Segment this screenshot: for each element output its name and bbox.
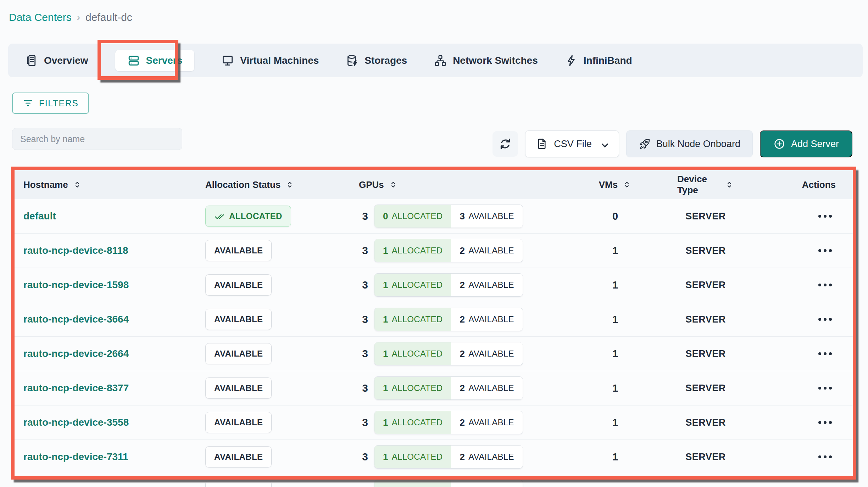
tab-virtual-machines[interactable]: Virtual Machines: [221, 54, 319, 67]
tab-overview[interactable]: Overview: [25, 54, 88, 67]
filters-label: FILTERS: [39, 98, 78, 108]
gpu-allocated-count: 1: [383, 452, 388, 463]
table-row: rauto-ncp-device-8118 AVAILABLE 3 1 ALLO…: [15, 234, 853, 268]
toolbar-actions: CSV File Bulk Node Onboard Add Server: [493, 130, 852, 157]
gpu-available-count: 2: [460, 486, 465, 487]
table-row: AVAILABLE 3 1 ALLOCATED 2 AVAILABLE 1 SE…: [15, 474, 853, 487]
row-actions-button[interactable]: [817, 383, 833, 393]
bulk-node-onboard-button[interactable]: Bulk Node Onboard: [626, 130, 753, 157]
gpu-allocation-badge: 1 ALLOCATED 2 AVAILABLE: [374, 273, 523, 297]
column-header-hostname[interactable]: Hostname: [15, 179, 199, 190]
gpu-allocation-badge: 1 ALLOCATED 2 AVAILABLE: [374, 411, 523, 434]
device-type: SERVER: [677, 211, 734, 222]
filters-button[interactable]: FILTERS: [12, 93, 89, 114]
allocation-status-badge: AVAILABLE: [205, 274, 272, 296]
gpu-available-count: 3: [460, 211, 465, 222]
allocation-status-badge: ALLOCATED: [205, 206, 291, 227]
column-header-allocation-status[interactable]: Allocation Status: [199, 179, 351, 190]
gpu-allocated-label: ALLOCATED: [392, 349, 443, 359]
gpu-allocated-segment: 1 ALLOCATED: [374, 308, 451, 331]
column-header-vms[interactable]: VMs: [553, 179, 677, 190]
gpu-available-segment: 2 AVAILABLE: [451, 342, 522, 365]
gpu-allocated-count: 1: [383, 383, 388, 394]
gpu-count: 3: [351, 416, 368, 429]
tab-label: Virtual Machines: [240, 55, 319, 66]
gpu-available-label: AVAILABLE: [468, 246, 514, 256]
row-actions-button[interactable]: [817, 314, 833, 324]
allocation-status-badge: AVAILABLE: [205, 446, 272, 468]
row-actions-button[interactable]: [817, 349, 833, 359]
table-row: rauto-ncp-device-3558 AVAILABLE 3 1 ALLO…: [15, 405, 853, 440]
hostname-link[interactable]: default: [23, 211, 56, 222]
hostname-link[interactable]: rauto-ncp-device-3558: [23, 417, 129, 428]
servers-table: Hostname Allocation Status GPUs VMs Devi…: [15, 170, 853, 487]
vms-count: 1: [553, 314, 677, 325]
refresh-button[interactable]: [493, 131, 518, 157]
gpu-available-count: 2: [460, 348, 465, 359]
gpu-available-count: 2: [460, 245, 465, 256]
tab-bar: Overview Servers Virtual Machines Storag…: [8, 44, 863, 77]
hostname-link[interactable]: rauto-ncp-device-7311: [23, 451, 128, 463]
hostname-link[interactable]: rauto-ncp-device-8118: [23, 245, 128, 256]
gpu-allocation-badge: 1 ALLOCATED 2 AVAILABLE: [374, 239, 523, 262]
table-row: rauto-ncp-device-2664 AVAILABLE 3 1 ALLO…: [15, 337, 853, 371]
document-icon: [536, 138, 548, 150]
column-label: Device Type: [677, 174, 720, 196]
hostname-link[interactable]: rauto-ncp-device-8377: [23, 382, 129, 394]
gpu-allocated-label: ALLOCATED: [392, 418, 443, 427]
column-label: Actions: [802, 179, 836, 190]
gpu-available-label: AVAILABLE: [468, 349, 514, 359]
sort-icon[interactable]: [622, 180, 631, 189]
breadcrumb-data-centers-link[interactable]: Data Centers: [9, 11, 72, 23]
gpu-count: 3: [351, 382, 368, 394]
add-server-label: Add Server: [791, 139, 839, 150]
monitor-icon: [221, 54, 234, 67]
database-icon: [346, 54, 358, 67]
gpu-allocated-label: ALLOCATED: [392, 246, 443, 256]
row-actions-button[interactable]: [817, 280, 833, 290]
column-header-gpus[interactable]: GPUs: [351, 179, 553, 190]
hostname-link[interactable]: rauto-ncp-device-2664: [23, 348, 129, 359]
table-row: rauto-ncp-device-8377 AVAILABLE 3 1 ALLO…: [15, 371, 853, 405]
breadcrumb-current: default-dc: [85, 11, 132, 23]
allocation-status-badge: AVAILABLE: [205, 412, 272, 433]
sort-icon[interactable]: [285, 180, 294, 189]
gpu-allocated-segment: 1 ALLOCATED: [374, 411, 451, 434]
column-header-device-type[interactable]: Device Type: [677, 174, 734, 196]
plus-circle-icon: [773, 138, 785, 150]
servers-icon: [127, 54, 140, 67]
sort-icon[interactable]: [725, 180, 734, 189]
row-actions-button[interactable]: [817, 211, 833, 221]
tab-network-switches[interactable]: Network Switches: [434, 54, 538, 67]
tab-storages[interactable]: Storages: [346, 54, 407, 67]
row-actions-button[interactable]: [817, 452, 833, 462]
breadcrumb-separator: ›: [77, 12, 80, 23]
row-actions-button[interactable]: [817, 246, 833, 256]
search-input[interactable]: [20, 134, 174, 144]
refresh-icon: [499, 137, 512, 151]
breadcrumb: Data Centers › default-dc: [9, 11, 132, 23]
csv-file-button[interactable]: CSV File: [525, 130, 619, 157]
gpu-available-segment: 2 AVAILABLE: [451, 239, 522, 262]
add-server-button[interactable]: Add Server: [760, 130, 852, 157]
double-check-icon: [214, 211, 225, 222]
gpu-allocated-segment: 1 ALLOCATED: [374, 239, 451, 262]
chevron-down-icon: [599, 139, 608, 149]
vms-count: 0: [553, 211, 677, 222]
table-row: rauto-ncp-device-1598 AVAILABLE 3 1 ALLO…: [15, 268, 853, 302]
tab-infiniband[interactable]: InfiniBand: [565, 54, 632, 67]
sort-icon[interactable]: [73, 180, 82, 189]
gpu-allocation-badge: 0 ALLOCATED 3 AVAILABLE: [374, 205, 523, 228]
row-actions-button[interactable]: [817, 418, 833, 427]
allocation-status-badge: AVAILABLE: [205, 377, 272, 399]
tab-servers[interactable]: Servers: [115, 50, 195, 71]
sort-icon[interactable]: [389, 180, 398, 189]
hostname-link[interactable]: rauto-ncp-device-1598: [23, 279, 129, 291]
tab-label: Servers: [146, 55, 183, 66]
hostname-link[interactable]: rauto-ncp-device-3664: [23, 314, 129, 325]
gpu-count: 3: [351, 348, 368, 360]
network-icon: [434, 54, 447, 67]
gpu-allocated-label: ALLOCATED: [392, 383, 443, 393]
allocation-status-text: AVAILABLE: [214, 452, 263, 462]
allocation-status-text: AVAILABLE: [214, 246, 263, 256]
